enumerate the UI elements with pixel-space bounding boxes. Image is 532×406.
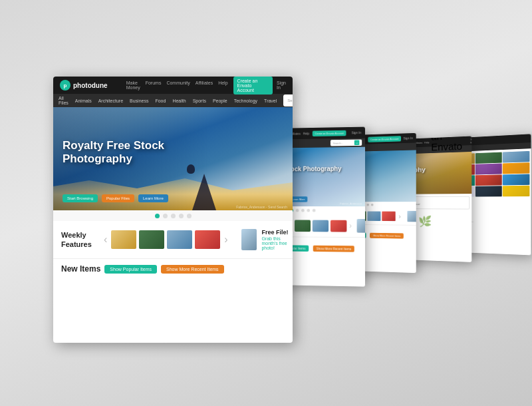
ni-row: New Items Show Popular Items Show More R… [61,264,285,274]
card3-nav-right: Create an Envato Account Sign In [368,135,413,142]
card2-signin[interactable]: Sign In [351,130,361,134]
card2-dot-3 [301,208,305,212]
free-file-thumb [241,229,257,250]
weekly-thumb-2 [139,230,164,249]
card3-free-thumb [407,211,416,222]
cat-sports[interactable]: Sports [193,99,206,103]
show-recent-btn[interactable]: Show More Recent Items [161,265,224,274]
cat-technology[interactable]: Technology [234,99,257,103]
card3-dot-4 [366,204,369,206]
free-file-content: Free File! Grab this month's free photo! [261,229,293,250]
start-browsing-btn[interactable]: Start Browsing [63,194,98,202]
thumb-5 [475,163,501,174]
main-logo: p photodune [60,80,108,91]
card2-search-placeholder: Search... [333,141,354,144]
main-hero-dots [53,210,293,221]
nav-community[interactable]: Community [166,81,190,90]
cat-business[interactable]: Business [130,99,148,103]
main-hero: Royalty Free Stock Photography Start Bro… [53,107,293,210]
weekly-thumb-4 [195,230,220,249]
card3-dot-5 [371,204,374,206]
cat-travel[interactable]: Travel [264,99,277,103]
weekly-thumb-3 [167,230,192,249]
main-hero-btns: Start Browsing Popular Files Learn More [63,194,168,202]
card2-dot-4 [307,208,310,212]
card2-nav-3: Help [303,131,310,135]
card2-create-btn[interactable]: Create an Envato Account [313,130,346,136]
card4-signin[interactable]: Sign In [470,138,471,144]
cat-food[interactable]: Food [155,99,166,103]
logo-text: photodune [73,82,108,89]
show-popular-btn[interactable]: Show Popular Items [104,265,157,274]
search-placeholder: Search... [287,99,293,102]
card2-recent-btn[interactable]: Show More Recent Items [313,245,354,252]
card3-free-file: Free File! Grab month's free photo! [407,211,416,222]
weekly-left-arrow[interactable]: ‹ [104,234,107,246]
logo-letter: p [64,83,67,89]
main-search-box[interactable]: Search... ⌕ [283,95,293,106]
scene-container: Abstract Fire Fields Flowers Buildings I… [13,23,519,383]
main-new-items: New Items Show Popular Items Show More R… [53,259,293,279]
card2-search-btn[interactable]: ⌕ [354,140,360,145]
nav-makemoney[interactable]: Make Money [126,81,140,90]
browser-card-main: p photodune Make Money Forums Community … [53,77,293,343]
thumb-8 [475,174,501,186]
hero-dot-5[interactable] [187,214,192,218]
hero-dot-1[interactable] [155,214,160,218]
create-account-btn[interactable]: Create an Envato Account [233,77,273,95]
card3-signin[interactable]: Sign In [403,136,413,140]
main-catbar: All Files Animals Architecture Business … [53,94,293,107]
card2-free-file: Free File! Grab this month's free photo! [357,218,365,233]
card2-free-thumb [357,218,365,232]
cat-people[interactable]: People [213,99,227,103]
nav-affiliates[interactable]: Affiliates [196,81,213,90]
cat-architecture[interactable]: Architecture [98,99,123,103]
weekly-right-arrow[interactable]: › [224,234,227,246]
hero-dot-2[interactable] [163,214,168,218]
card2-photographer: Fabrice_Andersson [340,202,362,205]
main-hero-title: Royalty Free Stock Photography [63,139,182,166]
hero-caption: Fabrice_Andersson - Send Search [236,205,287,209]
card2-dot-2 [295,208,299,212]
main-navlinks: Make Money Forums Community Affiliates H… [126,81,228,90]
signin-link[interactable]: Sign In [277,81,286,90]
free-file-sub: Grab this month's free photo! [261,236,293,250]
card2-search[interactable]: Search... ⌕ [331,139,362,146]
learn-more-btn[interactable]: Learn More [138,194,168,202]
main-free-file: Free File! Grab this month's free photo! [241,229,293,250]
ni-label: New Items [61,264,100,274]
main-weekly-label: WeeklyFeatures [61,230,100,250]
weekly-thumb-1 [111,230,136,249]
main-nav-right: Create an Envato Account Sign In [233,77,286,95]
hero-dot-3[interactable] [171,214,176,218]
logo-icon: p [60,80,70,91]
hero-dot-4[interactable] [179,214,184,218]
card3-wt3 [368,212,381,221]
card3-wt4 [382,212,396,222]
card3-recent-btn[interactable]: Show More Recent Items [370,233,404,239]
card2-wt4 [331,220,347,232]
card2-wt2 [295,219,311,231]
card4-plant-icon: 🌿 [418,215,432,228]
free-file-title: Free File! [261,229,293,236]
popular-files-btn[interactable]: Popular Files [102,194,134,202]
cat-allfiles[interactable]: All Files [59,96,68,105]
card2-dot-5 [312,208,315,212]
thumb-9 [502,174,529,185]
card3-right-arrow[interactable]: › [398,213,402,220]
card3-create-btn[interactable]: Create an Envato Account [368,136,401,142]
cat-health[interactable]: Health [172,99,186,103]
thumb-2 [475,152,501,164]
thumb-3 [502,151,529,163]
main-weekly-section: WeeklyFeatures ‹ › Free File! Grab this … [53,221,293,259]
nav-forums[interactable]: Forums [146,81,162,90]
thumb-11 [475,186,501,196]
thumb-6 [502,162,529,174]
cat-animals[interactable]: Animals [75,99,92,103]
main-navbar: p photodune Make Money Forums Community … [53,77,293,94]
nav-help[interactable]: Help [218,81,227,90]
card2-right-arrow[interactable]: › [349,221,352,230]
thumb-12 [502,186,529,197]
card4-nav-help: Help [424,141,429,144]
main-weekly-thumbs [111,230,220,249]
